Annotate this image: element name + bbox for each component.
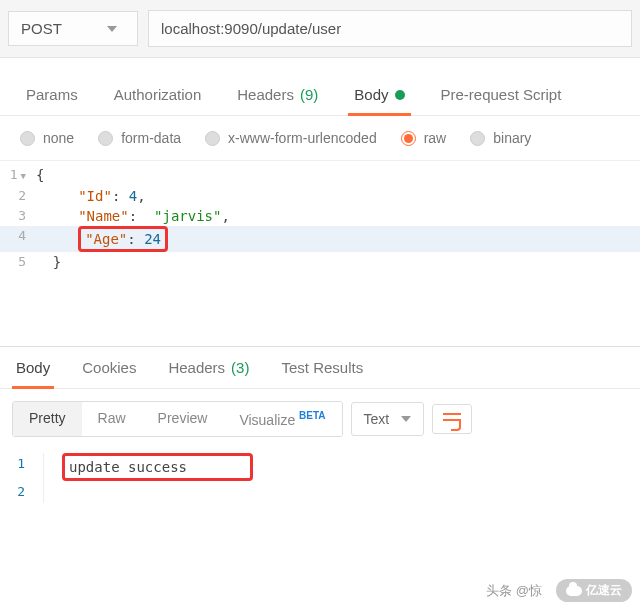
- chevron-down-icon: [107, 26, 117, 32]
- btn-preview[interactable]: Preview: [142, 402, 224, 436]
- btn-visualize[interactable]: Visualize BETA: [223, 402, 341, 436]
- response-tabs: Body Cookies Headers (3) Test Results: [0, 347, 640, 389]
- highlight-box: update success: [62, 453, 253, 481]
- body-type-radios: none form-data x-www-form-urlencoded raw…: [0, 116, 640, 161]
- btn-pretty[interactable]: Pretty: [13, 402, 82, 436]
- request-bar: POST localhost:9090/update/user: [0, 0, 640, 58]
- tab-headers[interactable]: Headers (9): [219, 76, 336, 115]
- wrap-icon: [443, 411, 461, 427]
- cloud-badge: 亿速云: [556, 579, 632, 602]
- request-tabs: Params Authorization Headers (9) Body Pr…: [0, 76, 640, 116]
- btn-raw[interactable]: Raw: [82, 402, 142, 436]
- radio-none[interactable]: none: [10, 130, 84, 146]
- request-body-editor[interactable]: 1▼{ 2 "Id": 4, 3 "Name": "jarvis", 4 "Ag…: [0, 161, 640, 276]
- radio-icon: [470, 131, 485, 146]
- format-select[interactable]: Text: [351, 402, 425, 436]
- response-toolbar: Pretty Raw Preview Visualize BETA Text: [0, 389, 640, 449]
- highlight-box: "Age": 24: [78, 226, 168, 252]
- tab-body-label: Body: [354, 86, 388, 103]
- url-input[interactable]: localhost:9090/update/user: [148, 10, 632, 47]
- radio-icon: [401, 131, 416, 146]
- radio-formdata[interactable]: form-data: [88, 130, 191, 146]
- tab-body[interactable]: Body: [336, 76, 422, 115]
- radio-icon: [98, 131, 113, 146]
- response-body-editor[interactable]: 1update success 2: [0, 449, 640, 507]
- radio-xwww[interactable]: x-www-form-urlencoded: [195, 130, 387, 146]
- response-section: Body Cookies Headers (3) Test Results Pr…: [0, 346, 640, 507]
- resp-tab-cookies[interactable]: Cookies: [66, 347, 152, 388]
- tab-authorization[interactable]: Authorization: [96, 76, 220, 115]
- radio-binary[interactable]: binary: [460, 130, 541, 146]
- chevron-down-icon: [401, 416, 411, 422]
- resp-tab-testresults[interactable]: Test Results: [265, 347, 379, 388]
- headers-count: (9): [300, 86, 318, 103]
- method-value: POST: [21, 20, 62, 37]
- tab-params[interactable]: Params: [8, 76, 96, 115]
- tab-prerequest[interactable]: Pre-request Script: [423, 76, 580, 115]
- resp-tab-body[interactable]: Body: [0, 347, 66, 388]
- wrap-button[interactable]: [432, 404, 472, 434]
- radio-icon: [20, 131, 35, 146]
- radio-raw[interactable]: raw: [391, 130, 457, 146]
- method-select[interactable]: POST: [8, 11, 138, 46]
- cloud-icon: [566, 586, 582, 596]
- view-mode-group: Pretty Raw Preview Visualize BETA: [12, 401, 343, 437]
- resp-tab-headers[interactable]: Headers (3): [152, 347, 265, 388]
- watermark: 头条 @惊 亿速云: [486, 579, 632, 602]
- body-dot-icon: [395, 90, 405, 100]
- radio-icon: [205, 131, 220, 146]
- tab-headers-label: Headers: [237, 86, 294, 103]
